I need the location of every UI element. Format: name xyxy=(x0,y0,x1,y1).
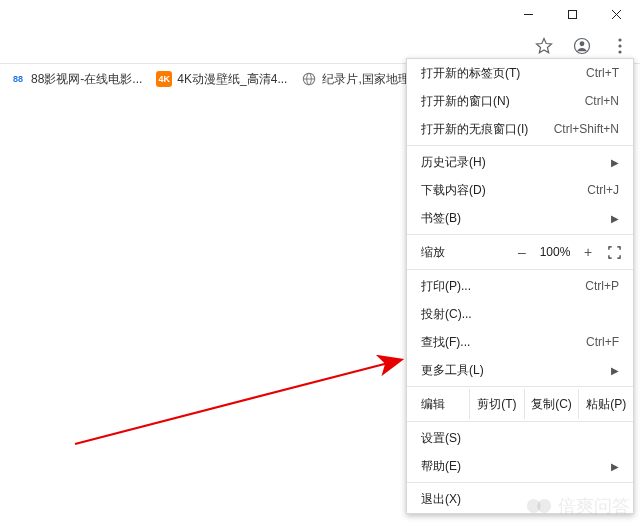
favicon-88-icon: 88 xyxy=(10,71,26,87)
menu-shortcut: Ctrl+Shift+N xyxy=(554,122,619,136)
chevron-right-icon: ▶ xyxy=(611,365,619,376)
menu-incognito[interactable]: 打开新的无痕窗口(I) Ctrl+Shift+N xyxy=(407,115,633,143)
watermark: 倍爽问答 xyxy=(526,494,630,518)
menu-separator xyxy=(407,234,633,235)
zoom-out-button[interactable]: – xyxy=(509,244,535,260)
menu-zoom-row: 缩放 – 100% + xyxy=(407,237,633,267)
zoom-value: 100% xyxy=(535,245,575,259)
menu-cast[interactable]: 投射(C)... xyxy=(407,300,633,328)
menu-label: 下载内容(D) xyxy=(421,182,587,199)
bookmark-label: 88影视网-在线电影... xyxy=(31,71,142,88)
menu-print[interactable]: 打印(P)... Ctrl+P xyxy=(407,272,633,300)
svg-point-8 xyxy=(618,50,621,53)
menu-more-tools[interactable]: 更多工具(L) ▶ xyxy=(407,356,633,384)
chevron-right-icon: ▶ xyxy=(611,213,619,224)
svg-rect-1 xyxy=(568,10,576,18)
menu-shortcut: Ctrl+T xyxy=(586,66,619,80)
menu-separator xyxy=(407,386,633,387)
menu-label: 打开新的无痕窗口(I) xyxy=(421,121,554,138)
menu-label: 书签(B) xyxy=(421,210,605,227)
menu-separator xyxy=(407,145,633,146)
zoom-in-button[interactable]: + xyxy=(575,244,601,260)
favicon-4k-icon: 4K xyxy=(156,71,172,87)
menu-shortcut: Ctrl+J xyxy=(587,183,619,197)
edit-cut-button[interactable]: 剪切(T) xyxy=(469,389,524,419)
menu-new-window[interactable]: 打开新的窗口(N) Ctrl+N xyxy=(407,87,633,115)
menu-settings[interactable]: 设置(S) xyxy=(407,424,633,452)
menu-history[interactable]: 历史记录(H) ▶ xyxy=(407,148,633,176)
menu-label: 编辑 xyxy=(421,396,469,413)
menu-label: 打印(P)... xyxy=(421,278,585,295)
menu-edit-row: 编辑 剪切(T) 复制(C) 粘贴(P) xyxy=(407,389,633,419)
menu-help[interactable]: 帮助(E) ▶ xyxy=(407,452,633,480)
window-titlebar xyxy=(0,0,640,28)
close-button[interactable] xyxy=(594,0,638,28)
menu-label: 缩放 xyxy=(421,244,509,261)
menu-label: 更多工具(L) xyxy=(421,362,605,379)
menu-label: 历史记录(H) xyxy=(421,154,605,171)
menu-label: 投射(C)... xyxy=(421,306,619,323)
menu-downloads[interactable]: 下载内容(D) Ctrl+J xyxy=(407,176,633,204)
menu-kebab-icon[interactable] xyxy=(606,32,634,60)
chevron-right-icon: ▶ xyxy=(611,157,619,168)
menu-find[interactable]: 查找(F)... Ctrl+F xyxy=(407,328,633,356)
menu-label: 打开新的标签页(T) xyxy=(421,65,586,82)
svg-line-12 xyxy=(75,360,400,444)
menu-separator xyxy=(407,269,633,270)
fullscreen-icon[interactable] xyxy=(601,246,627,259)
edit-copy-button[interactable]: 复制(C) xyxy=(524,389,579,419)
edit-paste-button[interactable]: 粘贴(P) xyxy=(578,389,633,419)
menu-shortcut: Ctrl+N xyxy=(585,94,619,108)
bookmark-item[interactable]: 4K 4K动漫壁纸_高清4... xyxy=(152,69,291,90)
svg-point-6 xyxy=(618,38,621,41)
menu-separator xyxy=(407,421,633,422)
maximize-button[interactable] xyxy=(550,0,594,28)
favicon-globe-icon xyxy=(301,71,317,87)
bookmark-label: 4K动漫壁纸_高清4... xyxy=(177,71,287,88)
chevron-right-icon: ▶ xyxy=(611,461,619,472)
menu-label: 查找(F)... xyxy=(421,334,586,351)
star-icon[interactable] xyxy=(530,32,558,60)
svg-point-7 xyxy=(618,44,621,47)
svg-point-14 xyxy=(537,499,551,513)
watermark-text: 倍爽问答 xyxy=(558,494,630,518)
menu-new-tab[interactable]: 打开新的标签页(T) Ctrl+T xyxy=(407,59,633,87)
menu-label: 打开新的窗口(N) xyxy=(421,93,585,110)
menu-shortcut: Ctrl+F xyxy=(586,335,619,349)
bookmark-item[interactable]: 88 88影视网-在线电影... xyxy=(6,69,146,90)
menu-label: 设置(S) xyxy=(421,430,619,447)
browser-main-menu: 打开新的标签页(T) Ctrl+T 打开新的窗口(N) Ctrl+N 打开新的无… xyxy=(406,58,634,514)
menu-bookmarks[interactable]: 书签(B) ▶ xyxy=(407,204,633,232)
minimize-button[interactable] xyxy=(506,0,550,28)
svg-point-5 xyxy=(580,41,585,46)
menu-separator xyxy=(407,482,633,483)
menu-label: 帮助(E) xyxy=(421,458,605,475)
menu-shortcut: Ctrl+P xyxy=(585,279,619,293)
profile-icon[interactable] xyxy=(568,32,596,60)
